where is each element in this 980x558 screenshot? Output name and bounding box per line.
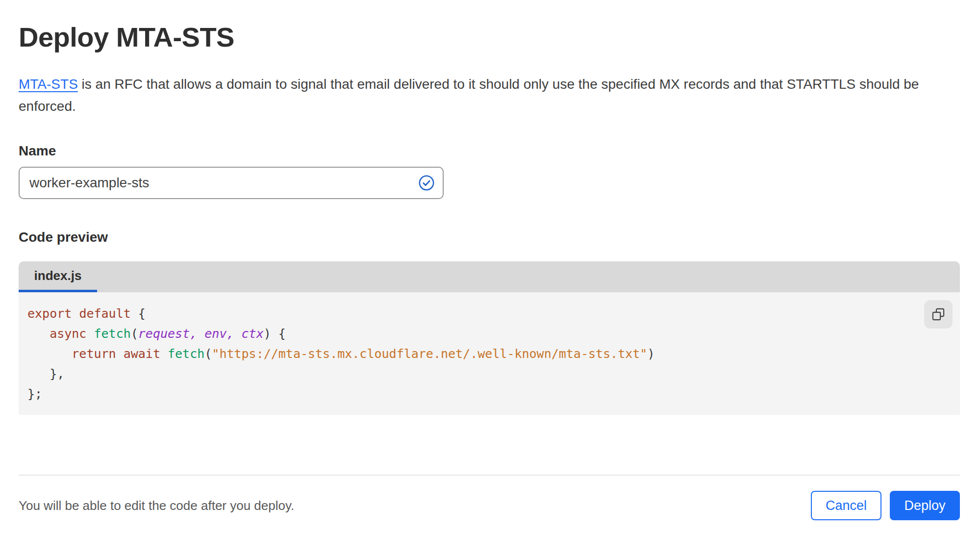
footer-note: You will be able to edit the code after … <box>19 498 294 513</box>
code-preview-label: Code preview <box>19 229 960 245</box>
footer-actions: Cancel Deploy <box>811 491 960 520</box>
code-preview-block: index.js export default { async fetch(re… <box>19 261 960 415</box>
check-circle-icon <box>418 175 435 191</box>
name-label: Name <box>19 143 960 159</box>
copy-icon <box>931 307 945 321</box>
copy-code-button[interactable] <box>924 300 953 329</box>
description: MTA-STS is an RFC that allows a domain t… <box>19 73 953 117</box>
description-text: is an RFC that allows a domain to signal… <box>19 76 919 114</box>
deploy-mta-sts-page: Deploy MTA-STS MTA-STS is an RFC that al… <box>0 0 980 520</box>
page-title: Deploy MTA-STS <box>19 21 960 53</box>
code-editor: export default { async fetch(request, en… <box>19 292 960 415</box>
mta-sts-link[interactable]: MTA-STS <box>19 76 78 92</box>
name-input-wrapper <box>19 167 444 199</box>
footer: You will be able to edit the code after … <box>19 476 960 520</box>
code-content: export default { async fetch(request, en… <box>27 304 921 404</box>
name-input[interactable] <box>19 167 444 199</box>
code-tabbar: index.js <box>19 261 960 292</box>
deploy-button[interactable]: Deploy <box>890 491 960 520</box>
cancel-button[interactable]: Cancel <box>811 491 881 520</box>
tab-index-js[interactable]: index.js <box>19 261 97 292</box>
